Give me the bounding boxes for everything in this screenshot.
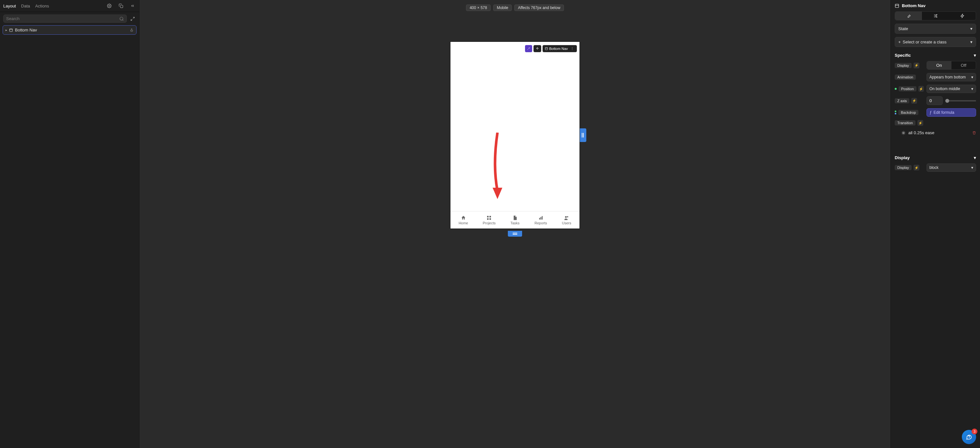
tab-interactions[interactable]	[949, 12, 976, 20]
chevron-down-icon: ▾	[971, 165, 973, 170]
chevron-down-icon: ▾	[970, 26, 972, 31]
class-selector[interactable]: + Select or create a class ▾	[895, 37, 976, 47]
display-toggle-off[interactable]: Off	[951, 61, 976, 69]
svg-rect-6	[490, 216, 491, 218]
svg-point-20	[935, 16, 936, 16]
prop-display2-label: Display	[895, 165, 912, 170]
animation-select[interactable]: Appears from bottom ▾	[926, 73, 976, 81]
canvas-header: 400 × 578 Mobile Affects 767px and below	[466, 0, 564, 16]
breakpoint-pill: Affects 767px and below	[514, 5, 564, 11]
tab-data[interactable]: Data	[21, 3, 30, 8]
transition-item: all 0.25s ease	[895, 129, 976, 137]
users-icon	[564, 215, 569, 221]
svg-point-21	[936, 16, 937, 17]
bottom-nav: Home Projects Tasks Reports	[450, 211, 579, 229]
position-select[interactable]: On bottom middle ▾	[926, 84, 976, 93]
svg-point-22	[903, 132, 904, 133]
edit-formula-button[interactable]: ƒ Edit formula	[926, 108, 976, 117]
collapse-left-icon[interactable]	[129, 3, 136, 9]
search-row	[0, 12, 139, 25]
display-toggle-on[interactable]: On	[927, 61, 951, 69]
left-panel-header: Layout Data Actions	[0, 0, 139, 12]
selection-label[interactable]: Bottom Nav ⋮	[542, 45, 577, 52]
section-title: Specific	[895, 53, 911, 58]
state-selector[interactable]: State ▾	[895, 24, 976, 34]
unplug-icon[interactable]: ⚡	[911, 98, 917, 104]
sun-icon	[901, 131, 906, 135]
device-frame: Bottom Nav ⋮ Home Projects	[450, 41, 580, 229]
delete-transition-button[interactable]	[972, 131, 976, 135]
chevron-down-icon: ▾	[974, 155, 976, 160]
zaxis-input[interactable]	[926, 96, 943, 105]
display-value: block	[929, 165, 939, 170]
inspector-title: Bottom Nav	[902, 3, 926, 8]
nav-item-reports[interactable]: Reports	[528, 211, 554, 229]
unplug-icon[interactable]: ⚡	[913, 63, 920, 68]
section-display-head[interactable]: Display ▾	[895, 155, 976, 160]
tab-settings[interactable]	[922, 12, 949, 20]
tab-layout[interactable]: Layout	[3, 3, 16, 8]
prop-backdrop-label: Backdrop	[898, 110, 918, 115]
right-panel: Bottom Nav State ▾ + Select or create a …	[891, 0, 980, 448]
unplug-icon[interactable]	[525, 45, 532, 52]
chevron-down-icon: ▾	[970, 40, 972, 44]
prop-transition-label: Transition	[895, 120, 915, 126]
resize-handle-bottom[interactable]	[508, 231, 522, 237]
svg-point-0	[109, 5, 110, 6]
search-input[interactable]	[6, 16, 119, 21]
sparkle-icon[interactable]	[533, 45, 541, 52]
svg-rect-16	[513, 233, 517, 234]
chevron-right-icon[interactable]: ▸	[5, 28, 7, 32]
tab-style[interactable]	[895, 12, 922, 20]
svg-rect-3	[10, 29, 13, 32]
tab-actions[interactable]: Actions	[35, 3, 49, 8]
prop-display-label: Display	[895, 63, 912, 68]
svg-rect-18	[896, 4, 899, 8]
chevron-down-icon: ▾	[974, 53, 976, 58]
unplug-icon[interactable]: ⚡	[917, 120, 923, 126]
copy-icon[interactable]	[118, 3, 124, 9]
help-badge: 3	[972, 429, 977, 434]
prop-animation-label: Animation	[895, 75, 916, 80]
svg-rect-17	[513, 234, 517, 235]
grid-icon	[487, 215, 492, 221]
unplug-icon[interactable]: ⚡	[918, 86, 924, 92]
resize-handle-right[interactable]	[580, 129, 586, 142]
zaxis-slider[interactable]	[945, 100, 976, 102]
nav-item-projects[interactable]: Projects	[476, 211, 502, 229]
svg-rect-5	[487, 216, 489, 218]
tree-item-bottom-nav[interactable]: ▸ Bottom Nav	[3, 25, 137, 35]
prop-position-label: Position	[899, 86, 916, 91]
element-tree: ▸ Bottom Nav	[0, 25, 139, 35]
svg-rect-4	[545, 47, 548, 50]
help-button[interactable]: 3	[962, 430, 976, 444]
plus-icon: +	[898, 40, 901, 44]
section-specific-head[interactable]: Specific ▾	[895, 53, 976, 58]
nav-item-label: Reports	[535, 221, 547, 225]
chevron-down-icon: ▾	[971, 75, 973, 79]
display-toggle: On Off	[926, 61, 976, 70]
dimensions-pill[interactable]: 400 × 578	[466, 5, 491, 11]
nav-item-tasks[interactable]: Tasks	[502, 211, 528, 229]
nav-item-users[interactable]: Users	[554, 211, 579, 229]
home-icon	[461, 215, 466, 221]
formula-label: Edit formula	[934, 110, 955, 115]
display-select[interactable]: block ▾	[926, 164, 976, 172]
svg-rect-14	[582, 133, 582, 137]
svg-rect-11	[542, 216, 542, 219]
state-label: State	[898, 26, 908, 31]
file-icon	[512, 215, 517, 221]
device-preview[interactable]: Bottom Nav ⋮ Home Projects	[450, 41, 580, 229]
chevron-down-icon: ▾	[971, 87, 973, 91]
gear-icon[interactable]	[106, 3, 113, 9]
device-pill[interactable]: Mobile	[493, 5, 512, 11]
more-icon[interactable]: ⋮	[569, 47, 575, 51]
pin-icon[interactable]	[130, 28, 134, 32]
nav-item-home[interactable]: Home	[450, 211, 476, 229]
search-input-wrap[interactable]	[3, 14, 127, 23]
chart-icon	[538, 215, 544, 221]
expand-icon[interactable]	[129, 16, 136, 22]
animation-value: Appears from bottom	[929, 75, 966, 79]
unplug-icon[interactable]: ⚡	[913, 165, 920, 170]
nav-item-label: Projects	[483, 221, 496, 225]
